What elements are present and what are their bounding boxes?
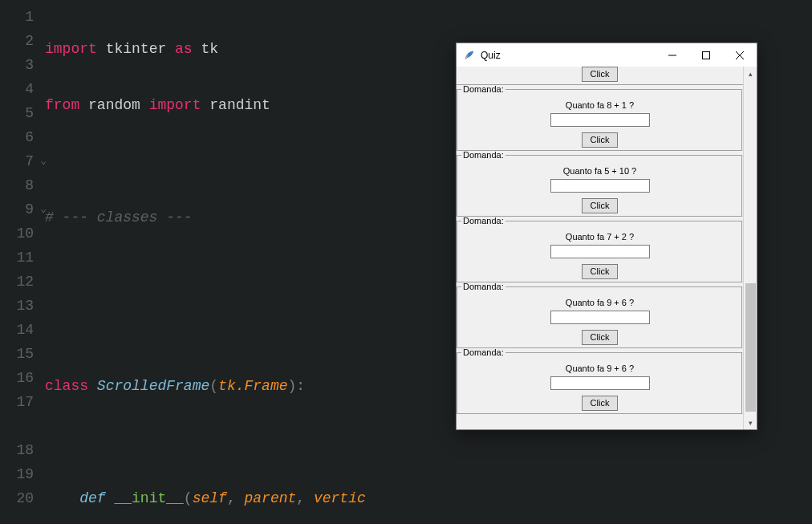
click-button[interactable]: Click (582, 396, 619, 411)
answer-input[interactable] (550, 245, 650, 258)
close-button[interactable] (723, 43, 757, 67)
click-button[interactable]: Click (582, 330, 619, 345)
click-button[interactable]: Click (582, 264, 619, 279)
scroll-content: Click Domanda: Quanto fa 8 + 1 ? Click D… (457, 67, 743, 429)
question-text: Quanto fa 7 + 2 ? (461, 232, 738, 242)
question-block: Domanda: Quanto fa 7 + 2 ? Click (457, 216, 743, 282)
vertical-scrollbar[interactable]: ▴ ▾ (743, 67, 757, 429)
answer-input[interactable] (550, 311, 650, 324)
click-button[interactable]: Click (582, 132, 619, 148)
answer-input[interactable] (550, 113, 650, 127)
question-legend: Domanda: (461, 84, 505, 94)
window-title: Quiz (481, 50, 656, 61)
maximize-button[interactable] (689, 43, 723, 67)
question-text: Quanto fa 9 + 6 ? (461, 364, 738, 373)
titlebar[interactable]: Quiz (457, 43, 757, 67)
question-text: Quanto fa 8 + 1 ? (461, 100, 738, 110)
question-text: Quanto fa 9 + 6 ? (461, 298, 738, 307)
question-block: Domanda: Quanto fa 9 + 6 ? Click (457, 347, 743, 414)
minimize-button[interactable] (656, 43, 689, 67)
line-gutter: 123456 789 101112131415 1617181920 (0, 0, 45, 524)
question-legend: Domanda: (461, 150, 505, 160)
answer-input[interactable] (550, 179, 650, 193)
svg-rect-1 (703, 51, 710, 59)
answer-input[interactable] (550, 376, 650, 390)
question-text: Quanto fa 5 + 10 ? (461, 166, 738, 176)
question-block: Domanda: Quanto fa 5 + 10 ? Click (457, 150, 743, 217)
scroll-up-icon[interactable]: ▴ (744, 67, 757, 80)
quiz-window: Quiz Click Domanda: Quanto fa 8 + 1 ? Cl… (456, 43, 757, 430)
scroll-down-icon[interactable]: ▾ (744, 416, 757, 429)
question-block: Domanda: Quanto fa 8 + 1 ? Click (457, 84, 743, 151)
question-block: Domanda: Quanto fa 9 + 6 ? Click (457, 282, 743, 348)
question-legend: Domanda: (461, 282, 505, 291)
click-button[interactable]: Click (582, 198, 619, 213)
scroll-thumb[interactable] (745, 283, 756, 412)
question-legend: Domanda: (461, 216, 505, 225)
question-legend: Domanda: (461, 347, 505, 357)
click-button[interactable]: Click (582, 67, 619, 82)
app-icon (463, 49, 476, 62)
